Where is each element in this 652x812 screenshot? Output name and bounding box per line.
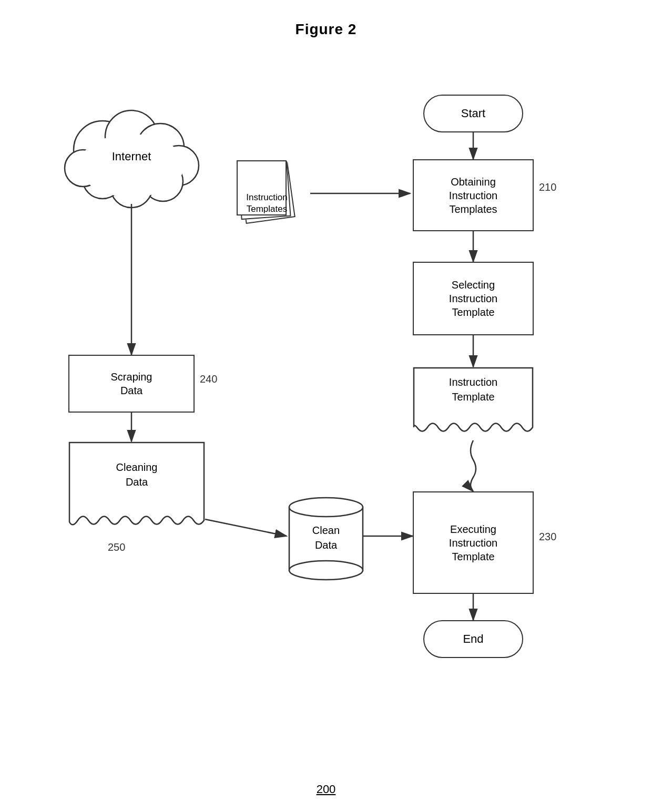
selecting-node: Selecting Instruction Template [413, 262, 534, 335]
clean-data-label: Clean Data [289, 523, 363, 552]
svg-point-5 [143, 161, 183, 201]
ref-230: 230 [539, 531, 556, 543]
doc-stack-label: Instruction Templates [234, 192, 300, 215]
cylinder-bottom [289, 561, 363, 580]
ref-240: 240 [200, 373, 217, 385]
arrow-template-executing [471, 440, 476, 491]
svg-point-6 [110, 166, 152, 208]
end-node: End [423, 620, 523, 658]
scraping-node: Scraping Data [68, 355, 195, 413]
svg-point-3 [137, 124, 184, 171]
cleaning-node: Cleaning Data [68, 441, 205, 533]
arrow-cleaning-cleandata [205, 519, 287, 536]
ref-250: 250 [108, 541, 125, 553]
cylinder-top [289, 498, 363, 517]
svg-point-9 [79, 134, 184, 197]
obtaining-node: Obtaining Instruction Templates [413, 159, 534, 231]
executing-node: Executing Instruction Template [413, 491, 534, 594]
instruction-template-node: Instruction Template [413, 367, 534, 440]
start-node: Start [423, 95, 523, 132]
internet-label: Internet [89, 150, 174, 163]
page-number: 200 [317, 783, 336, 796]
ref-210: 210 [539, 181, 556, 193]
page-title: Figure 2 [0, 0, 652, 38]
svg-point-7 [83, 159, 123, 199]
